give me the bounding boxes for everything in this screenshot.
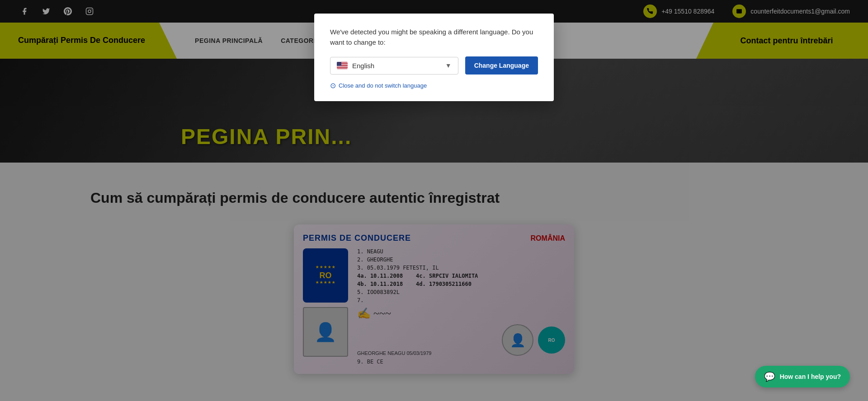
change-language-button[interactable]: Change Language (465, 56, 538, 75)
modal-message: We've detected you might be speaking a d… (330, 27, 538, 47)
modal-controls: English ▼ Change Language (330, 56, 538, 75)
chat-icon: 💬 (764, 371, 775, 382)
chevron-down-icon: ▼ (445, 62, 452, 69)
chat-bubble[interactable]: 💬 How can I help you? (755, 366, 850, 387)
close-circle-icon: ⊙ (330, 81, 336, 90)
close-language-label: Close and do not switch language (339, 82, 427, 89)
language-select-dropdown[interactable]: English ▼ (330, 57, 458, 75)
flag-icon (337, 62, 348, 69)
modal-overlay: We've detected you might be speaking a d… (0, 0, 868, 401)
chat-label: How can I help you? (780, 373, 841, 380)
close-language-link[interactable]: ⊙ Close and do not switch language (330, 81, 538, 90)
language-modal: We've detected you might be speaking a d… (314, 14, 554, 101)
us-flag (337, 62, 348, 69)
language-text: English (352, 62, 441, 70)
